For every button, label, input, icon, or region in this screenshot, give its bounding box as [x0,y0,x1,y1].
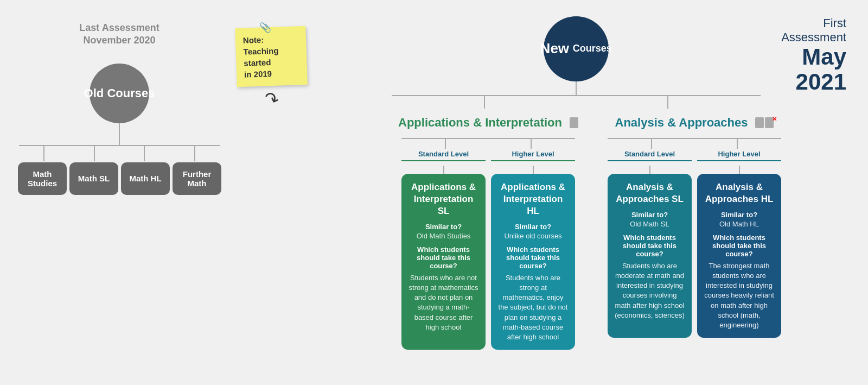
old-box-math-hl: Math HL [121,162,170,195]
old-box-further-math: Further Math [173,162,221,195]
old-box-math-studies: Math Studies [18,162,67,195]
old-courses-circle: Old Courses [90,64,149,123]
category-applications: Applications & Interpretation Standard L… [391,115,586,350]
new-courses-section: New Courses First Assessment May 2021 [315,11,857,374]
card-ai-hl: Applications & Interpretation HL Similar… [491,174,575,350]
level-label-hl-aa: Higher Level [697,150,781,161]
category-analysis-title: Analysis & Approaches ✕ [615,115,774,131]
card-ai-sl: Applications & Interpretation SL Similar… [401,174,486,350]
card-aa-sl: Analysis & Approaches SL Similar to? Old… [608,174,692,338]
card-aa-hl: Analysis & Approaches HL Similar to? Old… [697,174,781,338]
old-box-math-sl: Math SL [69,162,118,195]
level-label-hl-ai: Higher Level [491,150,575,161]
old-tree: Old Courses Math Studies Math SL Math HL… [11,64,228,195]
first-assessment-line2: May 2021 [761,45,846,94]
level-label-sl-aa: Standard Level [608,150,692,161]
last-assessment-title: Last Assessment November 2020 [11,22,228,47]
first-assessment-line1: First Assessment [761,16,846,45]
category-applications-title: Applications & Interpretation [398,115,578,131]
arrow-icon: ↷ [261,87,282,111]
level-label-sl-ai: Standard Level [401,150,486,161]
sticky-note: Note:Teachingstartedin 2019 [235,26,308,87]
old-courses-section: Last Assessment November 2020 Old Course… [11,11,228,374]
note-section: Note:Teachingstartedin 2019 ↷ [228,11,315,374]
category-analysis: Analysis & Approaches ✕ [597,115,792,350]
new-courses-circle: New Courses [544,16,609,81]
